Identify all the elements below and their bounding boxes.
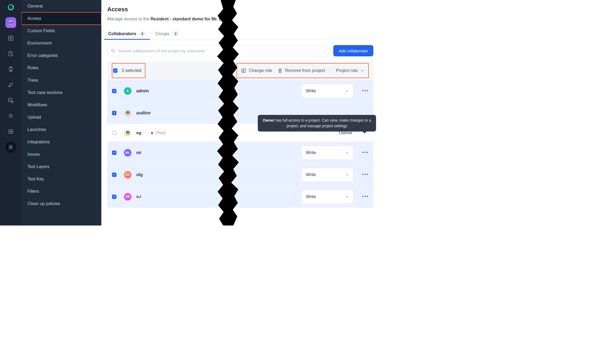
avatar: A [124, 87, 131, 95]
sidebar-item-launches[interactable]: Launches [22, 123, 101, 136]
sidebar-item-test-layers[interactable]: Test Layers [22, 161, 101, 173]
row-checkbox[interactable] [112, 173, 116, 177]
search-icon [111, 48, 116, 53]
collaborator-row: A admin Write ••• [107, 80, 373, 102]
add-collaborator-button[interactable]: Add collaborator [333, 45, 373, 56]
selection-bar: 5 selected Change role Remove from proje… [107, 61, 373, 80]
select-all-checkbox[interactable] [113, 68, 117, 73]
role-select[interactable]: Write [301, 146, 353, 160]
role-select[interactable]: Write [301, 84, 353, 98]
plans-icon[interactable] [5, 64, 16, 75]
remove-from-project-button[interactable]: Remove from project [278, 68, 325, 73]
search-input-wrapper[interactable] [107, 45, 327, 56]
edit-icon [241, 68, 246, 73]
username: v.r [136, 194, 141, 199]
row-more-button[interactable]: ••• [362, 88, 369, 94]
collaborator-row: ML mi Write ••• [107, 142, 373, 164]
collaborator-row: OC olg Write ••• [107, 164, 373, 186]
project-role-dropdown[interactable]: Project role [336, 68, 364, 73]
row-more-button[interactable]: ••• [362, 172, 369, 177]
dashboard-icon[interactable] [5, 33, 16, 43]
selection-count: 5 selected [122, 68, 141, 73]
svg-point-6 [9, 115, 12, 117]
search-input[interactable] [116, 49, 324, 53]
sidebar-item-trees[interactable]: Trees [22, 74, 101, 86]
analytics-icon[interactable] [5, 95, 16, 106]
role-select[interactable]: Write [301, 168, 353, 182]
sidebar-item-general[interactable]: General [22, 0, 101, 12]
row-more-button[interactable]: ••• [362, 194, 369, 199]
trash-icon [278, 68, 283, 73]
avatar: 🧑 [124, 129, 131, 137]
tabs: Collaborators 6 Groups 2 [107, 28, 373, 40]
sidebar-item-roles[interactable]: Roles [22, 62, 101, 74]
chevron-down-icon [345, 89, 349, 93]
tab-count-badge: 6 [139, 31, 146, 36]
test-cases-icon[interactable] [5, 48, 16, 59]
tab-count-badge: 2 [172, 31, 179, 36]
tab-groups[interactable]: Groups 2 [154, 28, 180, 39]
main-content: Access Manage access to the Resident - s… [101, 0, 380, 225]
tab-label: Collaborators [108, 31, 136, 36]
username: auditor [136, 111, 151, 115]
icon-rail: 👽 [0, 0, 22, 225]
chevron-down-icon [345, 173, 349, 177]
svg-point-9 [10, 146, 12, 148]
row-checkbox[interactable] [112, 111, 116, 115]
chevron-down-icon [345, 195, 349, 199]
change-role-button[interactable]: Change role [241, 68, 272, 73]
workspace-avatar-icon[interactable]: 👽 [5, 17, 16, 28]
sidebar-item-integrations[interactable]: Integrations [22, 136, 101, 148]
avatar: 🧑 [124, 109, 131, 117]
sidebar-item-clean-up-policies[interactable]: Clean up policies [22, 198, 101, 210]
settings-sidebar: General Access Custom Fields Environment… [22, 0, 101, 225]
collaborator-row: VR v.r Write ••• [107, 186, 373, 208]
you-label: (You) [156, 130, 166, 135]
sidebar-item-upload[interactable]: Upload [22, 111, 101, 123]
app-logo-icon [5, 2, 16, 12]
sidebar-item-issues[interactable]: Issues [22, 148, 101, 161]
owner-tooltip: Owner has full access to a project. Can … [258, 115, 376, 132]
username: mi [136, 150, 141, 155]
row-more-button[interactable]: ••• [362, 150, 369, 155]
row-checkbox[interactable] [112, 151, 116, 155]
username: olg [136, 172, 143, 177]
page-subtitle: Manage access to the Resident - standard… [107, 17, 373, 21]
username: egxxxxv (You) [136, 130, 166, 135]
row-checkbox[interactable] [112, 131, 116, 135]
sidebar-item-workflows[interactable]: Workflows [22, 99, 101, 111]
row-checkbox[interactable] [112, 89, 116, 93]
launches-icon[interactable] [5, 79, 16, 90]
avatar: OC [124, 171, 131, 179]
role-select[interactable]: Write [301, 190, 353, 204]
avatar: VR [124, 193, 131, 201]
defects-icon[interactable] [5, 111, 16, 121]
jobs-icon[interactable] [5, 126, 16, 137]
sidebar-item-test-key[interactable]: Test Key [22, 173, 101, 185]
svg-rect-11 [242, 69, 246, 72]
username: admin [136, 89, 149, 93]
sidebar-item-environment[interactable]: Environment [22, 37, 101, 49]
chevron-down-icon [345, 151, 349, 155]
svg-point-10 [112, 49, 114, 52]
avatar: ML [124, 149, 131, 156]
chevron-down-icon [360, 69, 364, 72]
tab-label: Groups [155, 31, 169, 36]
selection-summary: 5 selected [112, 63, 145, 78]
row-checkbox[interactable] [112, 195, 116, 199]
collaborator-list: A admin Write ••• 🧑 auditor ••• [107, 80, 373, 208]
svg-point-8 [10, 131, 12, 132]
tab-collaborators[interactable]: Collaborators 6 [107, 28, 147, 39]
sidebar-item-access[interactable]: Access [22, 12, 101, 25]
page-title: Access [107, 6, 373, 13]
sidebar-item-error-categories[interactable]: Error categories [22, 49, 101, 62]
settings-icon[interactable] [5, 142, 16, 152]
sidebar-item-test-case-sections[interactable]: Test case sections [22, 86, 101, 99]
selection-actions: Change role Remove from project Project … [237, 63, 369, 78]
sidebar-item-custom-fields[interactable]: Custom Fields [22, 25, 101, 37]
sidebar-item-filters[interactable]: Filters [22, 185, 101, 198]
